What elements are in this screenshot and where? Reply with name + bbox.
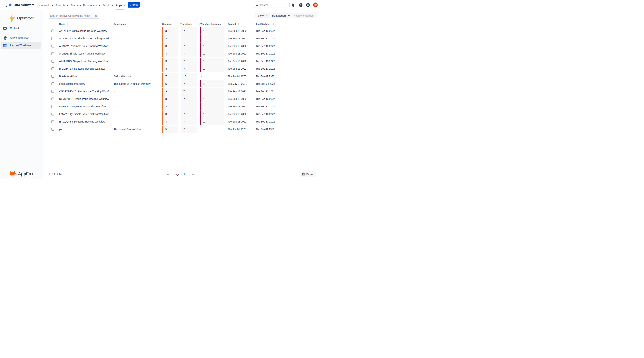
svg-text:?: ?: [300, 4, 302, 6]
